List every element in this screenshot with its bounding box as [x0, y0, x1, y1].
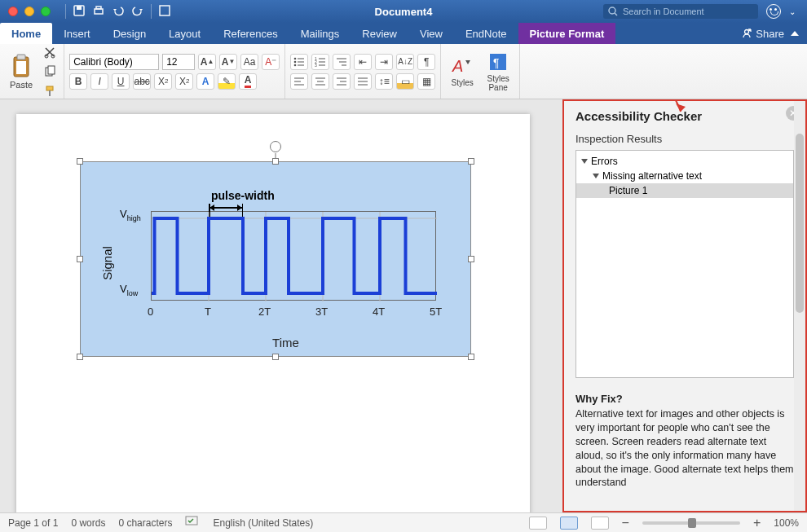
view-focus-button[interactable]: [529, 517, 547, 530]
workspace: Signal Vhigh Vlow pulse-width: [0, 99, 807, 512]
tab-review[interactable]: Review: [351, 23, 408, 44]
document-area[interactable]: Signal Vhigh Vlow pulse-width: [0, 99, 562, 512]
justify-button[interactable]: [354, 73, 372, 90]
svg-rect-14: [48, 66, 55, 74]
tab-view[interactable]: View: [408, 23, 454, 44]
show-marks-button[interactable]: ¶: [417, 54, 435, 70]
align-left-button[interactable]: [290, 73, 308, 90]
redo-icon[interactable]: [131, 5, 144, 19]
scrollbar-thumb[interactable]: [796, 134, 804, 313]
results-list[interactable]: Errors Missing alternative text Picture …: [575, 150, 794, 378]
tree-item-picture1[interactable]: Picture 1: [576, 183, 793, 198]
zoom-out-button[interactable]: −: [622, 516, 629, 530]
highlight-button[interactable]: ✎: [218, 73, 236, 90]
status-words[interactable]: 0 words: [71, 517, 105, 529]
italic-button[interactable]: I: [90, 73, 108, 90]
status-chars[interactable]: 0 characters: [118, 517, 172, 529]
save-icon[interactable]: [73, 4, 86, 20]
resize-handle-e[interactable]: [468, 256, 474, 262]
resize-handle-se[interactable]: [468, 354, 474, 360]
copy-icon[interactable]: [41, 64, 59, 80]
svg-rect-9: [17, 55, 25, 59]
text-effects-button[interactable]: A: [196, 73, 214, 90]
tab-design[interactable]: Design: [102, 23, 157, 44]
styles-button[interactable]: A Styles: [446, 55, 478, 87]
increase-indent-button[interactable]: ⇥: [375, 54, 393, 70]
status-language[interactable]: English (United States): [213, 517, 313, 529]
view-print-button[interactable]: [560, 517, 578, 530]
shading-button[interactable]: ▭: [396, 73, 414, 90]
clear-formatting-button[interactable]: A⁻: [262, 54, 280, 70]
tab-references[interactable]: References: [212, 23, 289, 44]
close-window-button[interactable]: [8, 7, 18, 16]
font-name-input[interactable]: [69, 54, 159, 70]
multilevel-list-button[interactable]: [333, 54, 351, 70]
zoom-slider-knob[interactable]: [688, 518, 696, 528]
zoom-percent[interactable]: 100%: [774, 517, 799, 529]
change-case-button[interactable]: Aa: [240, 54, 258, 70]
resize-handle-s[interactable]: [272, 354, 279, 360]
superscript-button[interactable]: X2: [175, 73, 193, 90]
strikethrough-button[interactable]: abc: [133, 73, 151, 90]
line-spacing-button[interactable]: ↕≡: [375, 73, 393, 90]
sort-button[interactable]: A↓Z: [396, 54, 414, 70]
clipboard-icon: [11, 54, 32, 78]
tab-home[interactable]: Home: [0, 23, 52, 44]
resize-handle-w[interactable]: [77, 256, 83, 262]
share-button[interactable]: Share: [741, 28, 784, 40]
undo-icon[interactable]: [112, 5, 125, 19]
resize-handle-n[interactable]: [272, 158, 279, 165]
svg-rect-16: [49, 90, 51, 96]
tab-picture-format[interactable]: Picture Format: [518, 23, 616, 44]
feedback-chevron-icon[interactable]: ⌄: [789, 7, 796, 16]
shrink-font-button[interactable]: A▼: [219, 54, 237, 70]
group-styles: A Styles ¶ Styles Pane: [441, 44, 520, 99]
x-tick-2: 2T: [258, 306, 271, 318]
spellcheck-icon[interactable]: [185, 516, 200, 530]
search-box[interactable]: Search in Document: [603, 4, 758, 19]
subscript-button[interactable]: X2: [154, 73, 172, 90]
align-right-button[interactable]: [333, 73, 351, 90]
minimize-window-button[interactable]: [24, 7, 34, 16]
tree-missing-alt[interactable]: Missing alternative text: [576, 169, 793, 183]
tab-layout[interactable]: Layout: [157, 23, 212, 44]
collapse-ribbon-icon[interactable]: [791, 31, 799, 36]
tree-errors[interactable]: Errors: [576, 154, 793, 169]
zoom-window-button[interactable]: [41, 7, 51, 16]
view-web-button[interactable]: [591, 517, 609, 530]
tab-endnote[interactable]: EndNote: [454, 23, 518, 44]
status-page[interactable]: Page 1 of 1: [8, 517, 58, 529]
cut-icon[interactable]: [41, 44, 59, 60]
resize-handle-ne[interactable]: [468, 158, 474, 165]
bold-button[interactable]: B: [69, 73, 87, 90]
pane-scrollbar[interactable]: [794, 101, 805, 511]
font-size-input[interactable]: [162, 54, 195, 70]
borders-button[interactable]: ▦: [417, 73, 435, 90]
underline-button[interactable]: U: [112, 73, 130, 90]
feedback-icon[interactable]: [766, 4, 781, 19]
zoom-slider[interactable]: [642, 521, 740, 525]
numbering-button[interactable]: 123: [311, 54, 329, 70]
print-icon[interactable]: [92, 4, 105, 20]
resize-handle-sw[interactable]: [77, 354, 83, 360]
format-painter-icon[interactable]: [41, 83, 59, 99]
page: Signal Vhigh Vlow pulse-width: [16, 114, 530, 512]
decrease-indent-button[interactable]: ⇤: [354, 54, 372, 70]
tab-insert[interactable]: Insert: [52, 23, 102, 44]
selected-picture[interactable]: Signal Vhigh Vlow pulse-width: [80, 161, 471, 357]
styles-pane-button[interactable]: ¶ Styles Pane: [482, 51, 514, 92]
zoom-in-button[interactable]: +: [753, 516, 761, 530]
rotate-handle[interactable]: [270, 141, 281, 152]
svg-rect-4: [160, 6, 170, 15]
qat-placeholder-icon[interactable]: [158, 4, 171, 20]
paste-button[interactable]: Paste: [5, 52, 37, 91]
tab-mailings[interactable]: Mailings: [289, 23, 351, 44]
resize-handle-nw[interactable]: [77, 158, 83, 165]
x-tick-0: 0: [148, 306, 153, 318]
font-color-button[interactable]: A: [239, 73, 257, 90]
document-title: Document4: [375, 6, 433, 18]
align-center-button[interactable]: [311, 73, 329, 90]
grow-font-button[interactable]: A▲: [198, 54, 216, 70]
svg-rect-15: [46, 86, 53, 90]
bullets-button[interactable]: [290, 54, 308, 70]
